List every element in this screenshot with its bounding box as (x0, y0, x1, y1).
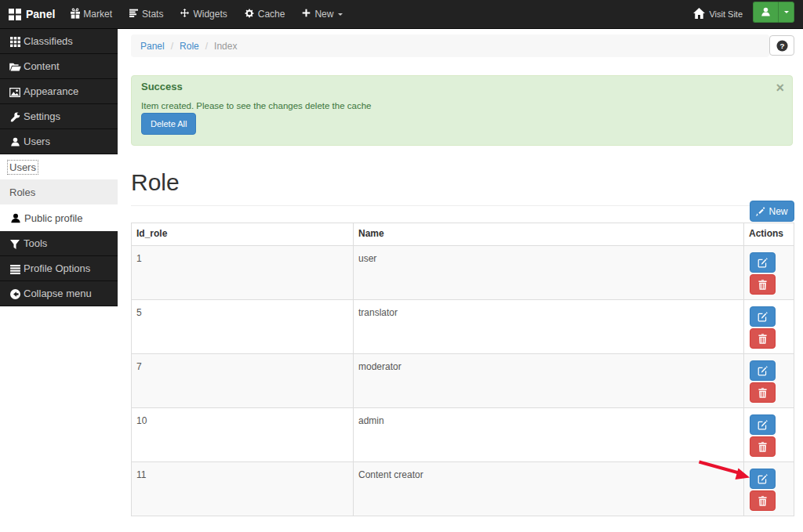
svg-text:?: ? (779, 41, 784, 49)
